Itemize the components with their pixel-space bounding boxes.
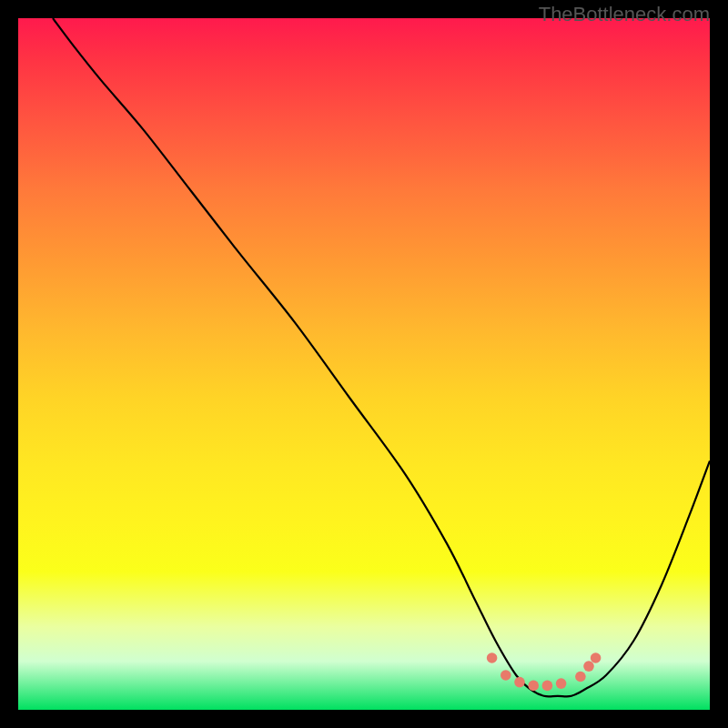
- plot-area: [18, 18, 710, 710]
- marker-dot: [575, 672, 586, 682]
- marker-dot: [487, 652, 498, 663]
- marker-dot: [514, 677, 525, 688]
- marker-dot: [591, 652, 602, 663]
- data-markers: [487, 652, 602, 691]
- marker-dot: [528, 681, 539, 692]
- marker-dot: [556, 678, 567, 689]
- chart-svg: [18, 18, 710, 710]
- marker-dot: [542, 681, 553, 692]
- marker-dot: [500, 670, 511, 681]
- marker-dot: [583, 661, 594, 672]
- watermark-text: TheBottleneck.com: [539, 3, 710, 26]
- bottleneck-curve: [53, 18, 710, 696]
